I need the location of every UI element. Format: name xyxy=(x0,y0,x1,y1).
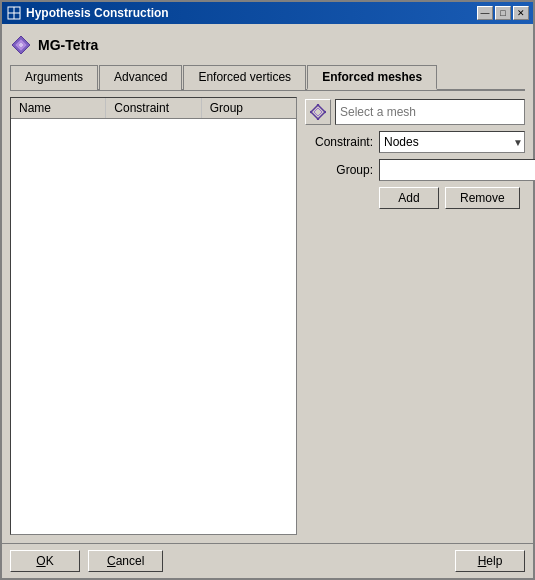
app-icon xyxy=(10,34,32,56)
add-remove-row: Add Remove xyxy=(305,187,525,209)
tab-content: Name Constraint Group xyxy=(10,97,525,535)
col-constraint: Constraint xyxy=(106,98,201,118)
cancel-label: Cancel xyxy=(107,554,144,568)
col-group: Group xyxy=(202,98,296,118)
table-body xyxy=(11,119,296,534)
cancel-button[interactable]: Cancel xyxy=(88,550,163,572)
tab-advanced[interactable]: Advanced xyxy=(99,65,182,90)
right-panel: Constraint: Nodes Segments Faces Volumes… xyxy=(305,97,525,535)
tab-arguments[interactable]: Arguments xyxy=(10,65,98,90)
remove-button[interactable]: Remove xyxy=(445,187,520,209)
mesh-pick-icon xyxy=(310,104,326,120)
table-header: Name Constraint Group xyxy=(11,98,296,119)
help-label: Help xyxy=(478,554,503,568)
titlebar-controls: — □ ✕ xyxy=(477,6,529,20)
help-button[interactable]: Help xyxy=(455,550,525,572)
col-name: Name xyxy=(11,98,106,118)
app-title-row: MG-Tetra xyxy=(10,32,525,58)
tab-enforced-vertices[interactable]: Enforced vertices xyxy=(183,65,306,90)
bottom-left-buttons: OK Cancel xyxy=(10,550,163,572)
maximize-button[interactable]: □ xyxy=(495,6,511,20)
ok-button[interactable]: OK xyxy=(10,550,80,572)
constraint-select-wrapper: Nodes Segments Faces Volumes ▼ xyxy=(379,131,525,153)
window-icon xyxy=(6,5,22,21)
bottom-bar: OK Cancel Help xyxy=(2,543,533,578)
enforced-meshes-table: Name Constraint Group xyxy=(10,97,297,535)
svg-marker-7 xyxy=(314,108,322,116)
tab-bar: Arguments Advanced Enforced vertices Enf… xyxy=(10,64,525,91)
group-input[interactable] xyxy=(379,159,535,181)
group-label: Group: xyxy=(305,163,373,177)
titlebar: Hypothesis Construction — □ ✕ xyxy=(2,2,533,24)
ok-label: OK xyxy=(36,554,53,568)
mesh-select-row xyxy=(305,99,525,125)
minimize-button[interactable]: — xyxy=(477,6,493,20)
main-window: Hypothesis Construction — □ ✕ MG-Tetra A… xyxy=(0,0,535,580)
app-title-text: MG-Tetra xyxy=(38,37,98,53)
constraint-label: Constraint: xyxy=(305,135,373,149)
group-row: Group: xyxy=(305,159,525,181)
tab-enforced-meshes[interactable]: Enforced meshes xyxy=(307,65,437,90)
add-button[interactable]: Add xyxy=(379,187,439,209)
mesh-pick-button[interactable] xyxy=(305,99,331,125)
window-title: Hypothesis Construction xyxy=(26,6,473,20)
constraint-select[interactable]: Nodes Segments Faces Volumes xyxy=(379,131,525,153)
svg-marker-6 xyxy=(311,105,325,119)
window-body: MG-Tetra Arguments Advanced Enforced ver… xyxy=(2,24,533,543)
mesh-select-input[interactable] xyxy=(335,99,525,125)
close-button[interactable]: ✕ xyxy=(513,6,529,20)
constraint-row: Constraint: Nodes Segments Faces Volumes… xyxy=(305,131,525,153)
